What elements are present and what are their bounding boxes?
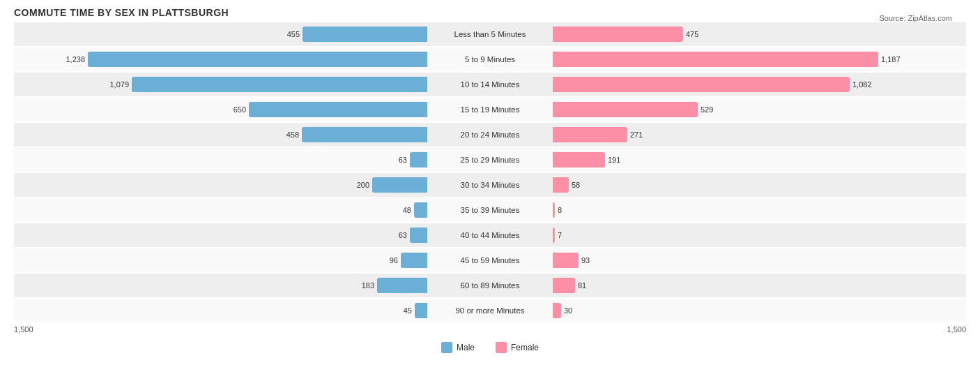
right-bar-wrap: 271 — [553, 123, 966, 147]
left-bar-wrap: 63 — [14, 223, 427, 247]
female-value: 529 — [700, 105, 713, 114]
male-bar — [410, 228, 427, 243]
chart-row: 48 35 to 39 Minutes 8 — [14, 198, 966, 222]
right-bar-wrap: 1,187 — [553, 47, 966, 71]
axis-labels: 1,500 1,500 — [14, 325, 966, 336]
male-value: 650 — [233, 105, 246, 114]
male-bar — [401, 253, 427, 268]
male-value: 183 — [362, 281, 374, 290]
female-bar — [553, 253, 579, 268]
female-bar — [553, 303, 561, 318]
right-bar-wrap: 30 — [553, 299, 966, 322]
female-bar — [553, 152, 605, 167]
male-bar — [302, 127, 427, 142]
row-label: 10 to 14 Minutes — [427, 80, 553, 89]
row-label: 5 to 9 Minutes — [427, 55, 553, 64]
left-bar-wrap: 63 — [14, 148, 427, 172]
legend-male: Male — [441, 342, 475, 353]
chart-row: 1,079 10 to 14 Minutes 1,082 — [14, 73, 966, 96]
legend-female-label: Female — [511, 343, 539, 352]
male-bar — [415, 303, 427, 318]
male-value: 63 — [399, 156, 407, 164]
left-bar-wrap: 183 — [14, 274, 427, 297]
row-label: 45 to 59 Minutes — [427, 256, 553, 265]
left-bar-wrap: 96 — [14, 248, 427, 272]
female-value: 58 — [572, 181, 580, 189]
row-label: 60 to 89 Minutes — [427, 281, 553, 290]
male-bar — [410, 152, 427, 167]
female-bar — [553, 202, 555, 218]
right-bar-wrap: 8 — [553, 198, 966, 222]
female-value: 8 — [558, 206, 562, 214]
male-value: 455 — [287, 30, 300, 38]
chart-container: 455 Less than 5 Minutes 475 1,238 5 to 9… — [14, 22, 966, 336]
row-label: 90 or more Minutes — [427, 306, 553, 315]
male-bar — [377, 278, 427, 293]
row-label: 30 to 34 Minutes — [427, 181, 553, 189]
female-value: 191 — [608, 156, 620, 164]
row-label: 35 to 39 Minutes — [427, 206, 553, 214]
legend: Male Female — [14, 342, 966, 353]
chart-row: 458 20 to 24 Minutes 271 — [14, 123, 966, 147]
right-bar-wrap: 529 — [553, 98, 966, 121]
left-bar-wrap: 200 — [14, 173, 427, 197]
female-value: 93 — [581, 256, 590, 265]
male-value: 458 — [286, 131, 299, 139]
male-bar — [303, 27, 427, 42]
right-bar-wrap: 475 — [553, 22, 966, 46]
right-bar-wrap: 81 — [553, 274, 966, 297]
chart-title: COMMUTE TIME BY SEX IN PLATTSBURGH — [14, 7, 966, 18]
male-value: 1,079 — [109, 80, 129, 89]
female-bar — [553, 278, 575, 293]
chart-row: 455 Less than 5 Minutes 475 — [14, 22, 966, 46]
legend-male-label: Male — [457, 343, 475, 352]
male-value: 200 — [357, 181, 369, 189]
right-bar-wrap: 58 — [553, 173, 966, 197]
female-bar — [553, 52, 878, 67]
chart-row: 63 40 to 44 Minutes 7 — [14, 223, 966, 247]
left-bar-wrap: 650 — [14, 98, 427, 121]
legend-female-box — [496, 342, 507, 353]
female-bar — [553, 177, 569, 193]
row-label: 40 to 44 Minutes — [427, 231, 553, 239]
row-label: 20 to 24 Minutes — [427, 131, 553, 139]
chart-row: 1,238 5 to 9 Minutes 1,187 — [14, 47, 966, 71]
male-bar — [372, 177, 427, 193]
left-bar-wrap: 1,079 — [14, 73, 427, 96]
chart-row: 96 45 to 59 Minutes 93 — [14, 248, 966, 272]
female-value: 30 — [564, 306, 572, 315]
right-bar-wrap: 191 — [553, 148, 966, 172]
male-value: 48 — [403, 206, 411, 214]
female-bar — [553, 228, 555, 243]
row-label: Less than 5 Minutes — [427, 30, 553, 38]
row-label: 25 to 29 Minutes — [427, 156, 553, 164]
male-bar — [414, 202, 427, 218]
legend-female: Female — [496, 342, 539, 353]
right-bar-wrap: 7 — [553, 223, 966, 247]
right-bar-wrap: 93 — [553, 248, 966, 272]
female-bar — [553, 27, 683, 42]
right-bar-wrap: 1,082 — [553, 73, 966, 96]
left-bar-wrap: 48 — [14, 198, 427, 222]
male-value: 63 — [399, 231, 407, 239]
left-bar-wrap: 458 — [14, 123, 427, 147]
male-value: 45 — [404, 306, 412, 315]
left-bar-wrap: 1,238 — [14, 47, 427, 71]
left-bar-wrap: 45 — [14, 299, 427, 322]
female-bar — [553, 127, 627, 142]
row-label: 15 to 19 Minutes — [427, 105, 553, 114]
male-bar — [132, 77, 427, 92]
male-value: 1,238 — [66, 55, 85, 64]
axis-left-label: 1,500 — [14, 325, 33, 334]
male-value: 96 — [390, 256, 398, 265]
female-bar — [553, 77, 850, 92]
chart-row: 45 90 or more Minutes 30 — [14, 299, 966, 322]
source-label: Source: ZipAtlas.com — [879, 14, 952, 22]
chart-row: 200 30 to 34 Minutes 58 — [14, 173, 966, 197]
female-value: 1,187 — [881, 55, 901, 64]
male-bar — [88, 52, 427, 67]
female-value: 1,082 — [852, 80, 872, 89]
male-bar — [249, 102, 427, 117]
chart-row: 650 15 to 19 Minutes 529 — [14, 98, 966, 121]
female-value: 7 — [558, 231, 562, 239]
